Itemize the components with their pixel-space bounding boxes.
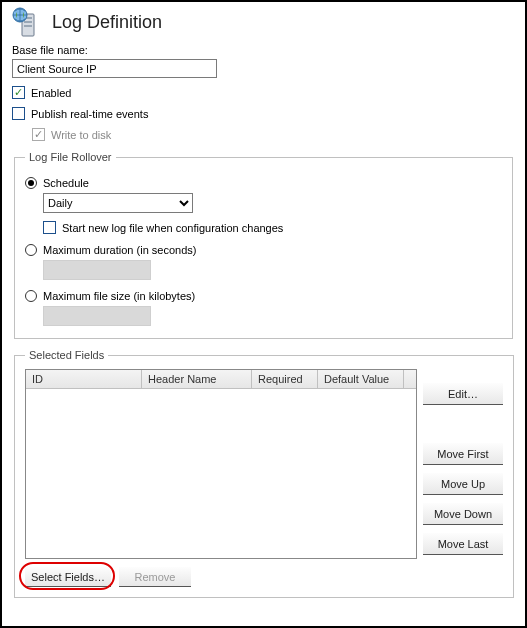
- base-file-label: Base file name:: [12, 44, 515, 56]
- edit-button[interactable]: Edit…: [423, 383, 503, 405]
- max-duration-radio[interactable]: [25, 244, 37, 256]
- col-required[interactable]: Required: [252, 370, 318, 388]
- max-duration-input: [43, 260, 151, 280]
- col-id[interactable]: ID: [26, 370, 142, 388]
- max-size-label: Maximum file size (in kilobytes): [43, 290, 195, 302]
- col-header-name[interactable]: Header Name: [142, 370, 252, 388]
- col-spacer: [404, 370, 416, 388]
- col-default-value[interactable]: Default Value: [318, 370, 404, 388]
- selected-fields-legend: Selected Fields: [25, 349, 108, 361]
- table-header: ID Header Name Required Default Value: [26, 370, 416, 389]
- move-first-button[interactable]: Move First: [423, 443, 503, 465]
- fields-table[interactable]: ID Header Name Required Default Value: [25, 369, 417, 559]
- max-size-input: [43, 306, 151, 326]
- remove-button[interactable]: Remove: [119, 567, 191, 587]
- schedule-radio[interactable]: [25, 177, 37, 189]
- enabled-label: Enabled: [31, 87, 71, 99]
- publish-checkbox[interactable]: [12, 107, 25, 120]
- write-disk-checkbox: ✓: [32, 128, 45, 141]
- publish-label: Publish real-time events: [31, 108, 148, 120]
- page-header: Log Definition: [12, 6, 515, 38]
- schedule-label: Schedule: [43, 177, 89, 189]
- page-title: Log Definition: [52, 12, 162, 33]
- move-last-button[interactable]: Move Last: [423, 533, 503, 555]
- max-duration-label: Maximum duration (in seconds): [43, 244, 196, 256]
- schedule-select[interactable]: Daily: [43, 193, 193, 213]
- base-file-input[interactable]: [12, 59, 217, 78]
- server-globe-icon: [12, 6, 44, 38]
- svg-rect-3: [24, 25, 32, 27]
- write-disk-label: Write to disk: [51, 129, 111, 141]
- start-new-checkbox[interactable]: [43, 221, 56, 234]
- move-up-button[interactable]: Move Up: [423, 473, 503, 495]
- move-down-button[interactable]: Move Down: [423, 503, 503, 525]
- rollover-legend: Log File Rollover: [25, 151, 116, 163]
- svg-rect-2: [24, 21, 32, 23]
- enabled-checkbox[interactable]: ✓: [12, 86, 25, 99]
- selected-fields-group: Selected Fields ID Header Name Required …: [14, 349, 514, 598]
- select-fields-button[interactable]: Select Fields…: [25, 567, 111, 587]
- rollover-group: Log File Rollover Schedule Daily Start n…: [14, 151, 513, 339]
- start-new-label: Start new log file when configuration ch…: [62, 222, 283, 234]
- max-size-radio[interactable]: [25, 290, 37, 302]
